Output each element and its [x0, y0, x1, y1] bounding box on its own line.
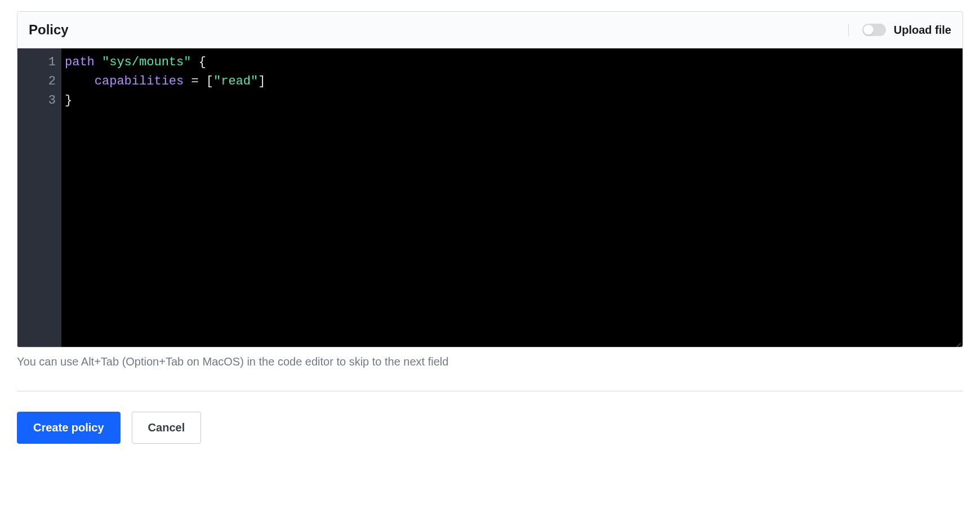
code-line: capabilities = ["read"]	[65, 72, 959, 91]
line-number: 3	[17, 91, 56, 110]
policy-panel-header: Policy Upload file	[17, 12, 963, 48]
code-line: path "sys/mounts" {	[65, 53, 959, 72]
code-line: }	[65, 91, 959, 110]
cancel-button[interactable]: Cancel	[132, 412, 202, 444]
divider	[17, 391, 963, 391]
policy-panel: Policy Upload file 123 path "sys/mounts"…	[17, 11, 963, 347]
upload-section: Upload file	[848, 24, 951, 37]
svg-line-1	[957, 346, 961, 347]
policy-code-editor[interactable]: 123 path "sys/mounts" { capabilities = […	[17, 48, 963, 347]
editor-hint: You can use Alt+Tab (Option+Tab on MacOS…	[17, 355, 963, 368]
line-number: 2	[17, 72, 56, 91]
policy-title: Policy	[29, 22, 69, 38]
line-number: 1	[17, 53, 56, 72]
upload-file-toggle[interactable]	[862, 24, 886, 36]
code-gutter: 123	[17, 48, 61, 347]
toggle-knob	[863, 25, 874, 35]
create-policy-button[interactable]: Create policy	[17, 412, 121, 444]
code-content[interactable]: path "sys/mounts" { capabilities = ["rea…	[61, 48, 963, 347]
upload-file-label: Upload file	[894, 24, 951, 37]
resize-handle-icon[interactable]	[954, 338, 961, 346]
action-buttons: Create policy Cancel	[17, 412, 963, 444]
